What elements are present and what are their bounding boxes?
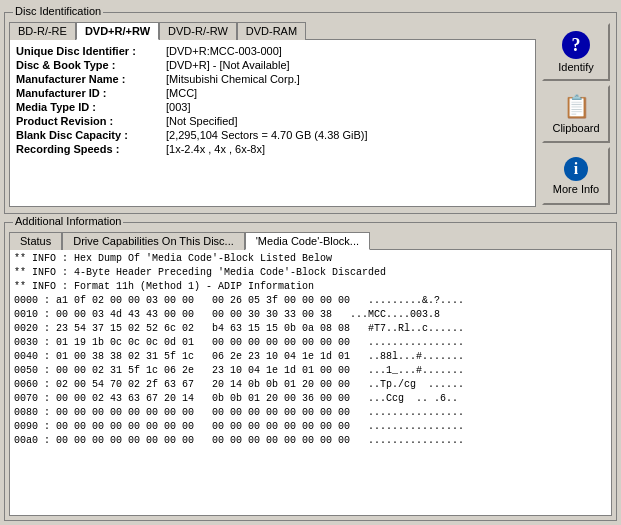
more-info-icon: i	[564, 157, 588, 181]
additional-inner: Status Drive Capabilities On This Disc..…	[9, 231, 612, 516]
label-disc-book: Disc & Book Type :	[16, 59, 166, 71]
text-line: 0060 : 02 00 54 70 02 2f 63 67 20 14 0b …	[14, 378, 607, 392]
sub-tab-drive-capabilities[interactable]: Drive Capabilities On This Disc...	[62, 232, 245, 250]
buttons-panel: ? Identify 📋 Clipboard i More Info	[540, 21, 612, 207]
info-row-recording-speeds: Recording Speeds : [1x-2.4x , 4x , 6x-8x…	[16, 142, 529, 156]
more-info-label: More Info	[553, 183, 599, 195]
media-code-text-area[interactable]: ** INFO : Hex Dump Of 'Media Code'-Block…	[9, 249, 612, 516]
label-manufacturer-id: Manufacturer ID :	[16, 87, 166, 99]
label-unique-disc: Unique Disc Identifier :	[16, 45, 166, 57]
info-row-unique-disc: Unique Disc Identifier : [DVD+R:MCC-003-…	[16, 44, 529, 58]
label-blank-disc-capacity: Blank Disc Capacity :	[16, 129, 166, 141]
tab-dvd-ram[interactable]: DVD-RAM	[237, 22, 306, 40]
text-line: ** INFO : Format 11h (Method 1) - ADIP I…	[14, 280, 607, 294]
info-row-manufacturer-name: Manufacturer Name : [Mitsubishi Chemical…	[16, 72, 529, 86]
main-container: Disc Identification BD-R/-RE DVD+R/+RW D…	[0, 0, 621, 525]
tab-bd-r-re[interactable]: BD-R/-RE	[9, 22, 76, 40]
disc-id-inner: BD-R/-RE DVD+R/+RW DVD-R/-RW DVD-RAM Uni…	[9, 21, 612, 207]
text-line: 00a0 : 00 00 00 00 00 00 00 00 00 00 00 …	[14, 434, 607, 448]
identify-label: Identify	[558, 61, 593, 73]
text-line: 0010 : 00 00 03 4d 43 43 00 00 00 00 30 …	[14, 308, 607, 322]
value-disc-book: [DVD+R] - [Not Available]	[166, 59, 290, 71]
disc-id-tabs: BD-R/-RE DVD+R/+RW DVD-R/-RW DVD-RAM	[9, 21, 536, 39]
clipboard-icon: 📋	[563, 94, 590, 120]
disc-id-content: BD-R/-RE DVD+R/+RW DVD-R/-RW DVD-RAM Uni…	[9, 21, 536, 207]
clipboard-button[interactable]: 📋 Clipboard	[542, 85, 610, 143]
text-line: 0040 : 01 00 38 38 02 31 5f 1c 06 2e 23 …	[14, 350, 607, 364]
value-product-revision: [Not Specified]	[166, 115, 238, 127]
value-recording-speeds: [1x-2.4x , 4x , 6x-8x]	[166, 143, 265, 155]
more-info-button[interactable]: i More Info	[542, 147, 610, 205]
sub-tab-media-code-block[interactable]: 'Media Code'-Block...	[245, 232, 370, 250]
value-unique-disc: [DVD+R:MCC-003-000]	[166, 45, 282, 57]
text-line: 0000 : a1 0f 02 00 00 03 00 00 00 26 05 …	[14, 294, 607, 308]
clipboard-label: Clipboard	[552, 122, 599, 134]
text-line: ** INFO : Hex Dump Of 'Media Code'-Block…	[14, 252, 607, 266]
tab-dvd-r-rw[interactable]: DVD-R/-RW	[159, 22, 237, 40]
additional-info-group: Additional Information Status Drive Capa…	[4, 222, 617, 521]
disc-info-panel: Unique Disc Identifier : [DVD+R:MCC-003-…	[9, 39, 536, 207]
label-manufacturer-name: Manufacturer Name :	[16, 73, 166, 85]
identify-button[interactable]: ? Identify	[542, 23, 610, 81]
label-product-revision: Product Revision :	[16, 115, 166, 127]
disc-identification-title: Disc Identification	[13, 5, 103, 17]
text-line: 0090 : 00 00 00 00 00 00 00 00 00 00 00 …	[14, 420, 607, 434]
text-line: 0070 : 00 00 02 43 63 67 20 14 0b 0b 01 …	[14, 392, 607, 406]
value-manufacturer-id: [MCC]	[166, 87, 197, 99]
label-recording-speeds: Recording Speeds :	[16, 143, 166, 155]
text-line: 0030 : 01 19 1b 0c 0c 0c 0d 01 00 00 00 …	[14, 336, 607, 350]
tab-dvd-plus-r-rw[interactable]: DVD+R/+RW	[76, 22, 159, 40]
text-line: ** INFO : 4-Byte Header Preceding 'Media…	[14, 266, 607, 280]
identify-icon: ?	[562, 31, 590, 59]
disc-identification-group: Disc Identification BD-R/-RE DVD+R/+RW D…	[4, 12, 617, 214]
info-row-product-revision: Product Revision : [Not Specified]	[16, 114, 529, 128]
text-line: 0050 : 00 00 02 31 5f 1c 06 2e 23 10 04 …	[14, 364, 607, 378]
text-line: 0080 : 00 00 00 00 00 00 00 00 00 00 00 …	[14, 406, 607, 420]
info-row-media-type-id: Media Type ID : [003]	[16, 100, 529, 114]
text-line: 0020 : 23 54 37 15 02 52 6c 02 b4 63 15 …	[14, 322, 607, 336]
label-media-type-id: Media Type ID :	[16, 101, 166, 113]
info-row-disc-book: Disc & Book Type : [DVD+R] - [Not Availa…	[16, 58, 529, 72]
sub-tabs-row: Status Drive Capabilities On This Disc..…	[9, 231, 612, 249]
value-blank-disc-capacity: [2,295,104 Sectors = 4.70 GB (4.38 GiB)]	[166, 129, 367, 141]
value-media-type-id: [003]	[166, 101, 190, 113]
additional-info-title: Additional Information	[13, 215, 123, 227]
info-row-blank-disc-capacity: Blank Disc Capacity : [2,295,104 Sectors…	[16, 128, 529, 142]
sub-tab-status[interactable]: Status	[9, 232, 62, 250]
value-manufacturer-name: [Mitsubishi Chemical Corp.]	[166, 73, 300, 85]
info-row-manufacturer-id: Manufacturer ID : [MCC]	[16, 86, 529, 100]
